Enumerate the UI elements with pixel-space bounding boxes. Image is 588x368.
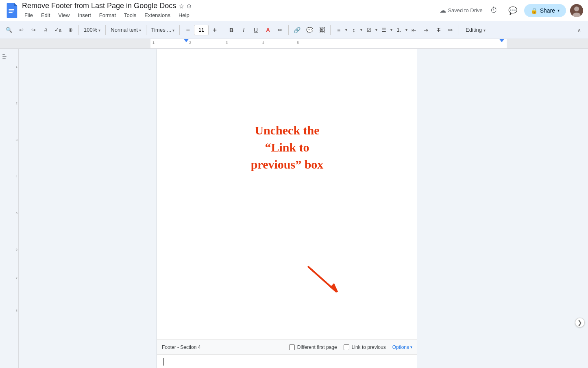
- footer-section: Footer - Section 4 Different first page …: [157, 340, 417, 368]
- menu-bar: File Edit View Insert Format Tools Exten…: [22, 11, 440, 19]
- title-area: Remove Footer from Last Page in Google D…: [22, 2, 440, 19]
- link-to-previous-option[interactable]: Link to previous: [344, 344, 386, 350]
- avatar[interactable]: [570, 4, 583, 17]
- ruler-body: 1 2 3 4 5: [150, 39, 507, 48]
- docs-icon: [5, 3, 18, 18]
- comment-button[interactable]: 💬: [304, 24, 316, 37]
- decrease-font-size-button[interactable]: −: [182, 24, 194, 37]
- menu-tools[interactable]: Tools: [122, 11, 139, 19]
- document-canvas[interactable]: Uncheck the “Link to previous” box Foote…: [157, 49, 417, 368]
- image-button[interactable]: 🖼: [316, 24, 328, 37]
- footer-content-area[interactable]: [157, 355, 417, 368]
- footer-section-label: Footer - Section 4: [162, 344, 200, 350]
- divider-1: [78, 25, 79, 35]
- italic-button[interactable]: I: [238, 24, 249, 37]
- numbered-list-button[interactable]: 1.: [393, 24, 405, 37]
- link-to-previous-checkbox[interactable]: [344, 344, 349, 350]
- undo-button[interactable]: ↩: [15, 24, 27, 37]
- zoom-value: 100%: [84, 27, 97, 33]
- text-color-button[interactable]: A: [262, 24, 274, 37]
- underline-button[interactable]: U: [250, 24, 261, 37]
- menu-file[interactable]: File: [22, 11, 35, 19]
- link-button[interactable]: 🔗: [291, 24, 303, 37]
- different-first-page-label: Different first page: [297, 344, 337, 350]
- svg-rect-2: [9, 12, 13, 13]
- divider-8: [459, 25, 459, 35]
- outline-icon[interactable]: [1, 52, 11, 62]
- divider-7: [330, 25, 331, 35]
- align-button[interactable]: ≡: [333, 24, 344, 37]
- editing-mode-dropdown[interactable]: Editing: [462, 24, 490, 37]
- font-family-dropdown[interactable]: Times ...: [149, 24, 177, 37]
- menu-insert[interactable]: Insert: [75, 11, 94, 19]
- ruler-right-margin-marker[interactable]: [499, 39, 504, 42]
- options-dropdown[interactable]: Options ▾: [392, 344, 412, 350]
- decrease-indent-button[interactable]: ⇤: [408, 24, 420, 37]
- options-chevron: ▾: [410, 345, 412, 349]
- zoom-dropdown[interactable]: 100%: [81, 24, 103, 37]
- different-first-page-checkbox[interactable]: [289, 344, 295, 350]
- edit-pencil-button[interactable]: ✏: [445, 24, 456, 37]
- document-body[interactable]: Uncheck the “Link to previous” box: [157, 49, 417, 340]
- menu-view[interactable]: View: [56, 11, 72, 19]
- svg-line-9: [309, 267, 336, 292]
- svg-rect-1: [9, 11, 14, 11]
- v-ruler-mark-4: 4: [12, 175, 18, 178]
- checklist-button[interactable]: ☑: [363, 24, 375, 37]
- share-chevron: ▾: [558, 8, 560, 13]
- redo-button[interactable]: ↪: [28, 24, 39, 37]
- menu-extensions[interactable]: Extensions: [142, 11, 173, 19]
- svg-point-4: [574, 6, 579, 11]
- bullets-chevron: [390, 28, 392, 32]
- drive-icon[interactable]: ⊙: [187, 3, 192, 9]
- version-history-button[interactable]: ⏱: [487, 3, 501, 18]
- saved-status: ☁ Saved to Drive: [440, 6, 482, 14]
- svg-rect-6: [2, 54, 5, 55]
- divider-6: [288, 25, 289, 35]
- link-to-previous-label: Link to previous: [352, 344, 386, 350]
- menu-format[interactable]: Format: [97, 11, 118, 19]
- document-title[interactable]: Remove Footer from Last Page in Google D…: [22, 2, 176, 11]
- svg-rect-0: [9, 9, 14, 10]
- ruler-right-margin: [507, 39, 588, 48]
- line-spacing-button[interactable]: ↕: [348, 24, 359, 37]
- ruler-indent-marker[interactable]: [184, 39, 189, 42]
- paragraph-style-value: Normal text: [111, 27, 137, 33]
- search-button[interactable]: 🔍: [3, 24, 15, 37]
- font-size-input[interactable]: [194, 25, 209, 35]
- menu-edit[interactable]: Edit: [39, 11, 52, 19]
- different-first-page-option[interactable]: Different first page: [289, 344, 337, 350]
- spell-check-button[interactable]: ✓a: [52, 24, 64, 37]
- zoom-chevron: [98, 27, 100, 33]
- scroll-right-button[interactable]: ❯: [575, 318, 585, 327]
- highlight-button[interactable]: ✏: [274, 24, 286, 37]
- editing-mode-value: Editing: [466, 27, 482, 33]
- collapse-toolbar-button[interactable]: ∧: [573, 24, 585, 36]
- share-button[interactable]: 🔒 Share ▾: [524, 4, 566, 17]
- vertical-ruler: 1 2 3 4 5 6 7 8: [12, 49, 19, 368]
- ruler: 1 2 3 4 5: [0, 39, 588, 49]
- print-button[interactable]: 🖨: [40, 24, 51, 37]
- bullets-button[interactable]: ☰: [378, 24, 390, 37]
- spacing-chevron: [360, 28, 362, 32]
- font-family-value: Times ...: [151, 27, 171, 33]
- chat-button[interactable]: 💬: [505, 3, 520, 18]
- star-icon[interactable]: ☆: [179, 2, 184, 10]
- align-chevron: [345, 28, 347, 32]
- footer-toolbar: Footer - Section 4 Different first page …: [157, 340, 417, 355]
- paragraph-style-dropdown[interactable]: Normal text: [108, 24, 143, 37]
- v-ruler-mark-8: 8: [12, 309, 18, 312]
- clear-formatting-button[interactable]: T̶: [433, 24, 444, 37]
- bold-button[interactable]: B: [226, 24, 237, 37]
- paint-format-button[interactable]: ⊕: [65, 24, 76, 37]
- checklist-chevron: [375, 28, 377, 32]
- cloud-icon: ☁: [440, 6, 446, 14]
- menu-help[interactable]: Help: [176, 11, 192, 19]
- ruler-mark-3: 4: [262, 41, 264, 45]
- divider-2: [105, 25, 106, 35]
- increase-indent-button[interactable]: ⇥: [420, 24, 432, 37]
- ruler-left-margin: [0, 39, 150, 48]
- increase-font-size-button[interactable]: +: [209, 24, 220, 37]
- toolbar: 🔍 ↩ ↪ 🖨 ✓a ⊕ 100% Normal text Times ... …: [0, 21, 588, 39]
- title-right: ☁ Saved to Drive ⏱ 💬 🔒 Share ▾: [440, 3, 583, 18]
